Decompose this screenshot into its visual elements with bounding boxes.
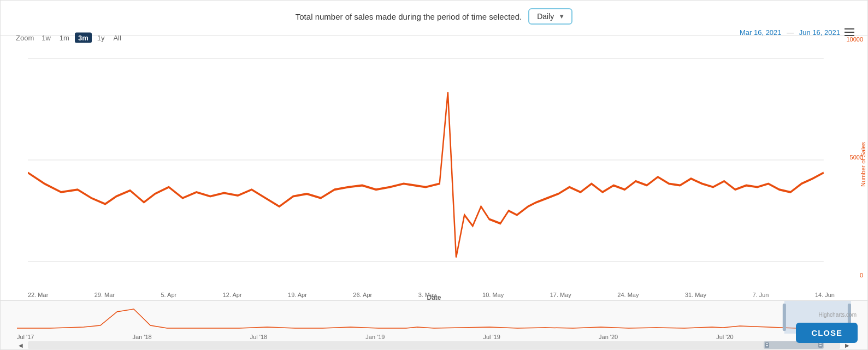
scrollbar-track[interactable] <box>28 341 840 349</box>
navigator-left-handle[interactable] <box>783 304 786 331</box>
date-separator: — <box>787 28 794 37</box>
main-chart-area: 10000 5000 0 Number of Sales 22. Mar 29.… <box>1 36 867 300</box>
date-start: Mar 16, 2021 <box>740 28 782 37</box>
chart-header: Total number of sales made during the pe… <box>1 1 867 28</box>
scrollbar-left-handle[interactable] <box>765 342 769 348</box>
scrollbar-right-handle[interactable] <box>818 342 823 348</box>
nav-label: Jul '19 <box>483 334 500 340</box>
x-tick: 14. Jun <box>815 292 835 298</box>
x-tick: 24. May <box>617 292 639 298</box>
highcharts-credit: Highcharts.com <box>819 312 857 318</box>
navigator-svg <box>17 301 851 334</box>
hamburger-line <box>845 28 854 29</box>
nav-label: Jan '18 <box>133 334 152 340</box>
chart-title: Total number of sales made during the pe… <box>296 12 522 21</box>
handle-line <box>766 345 768 346</box>
close-button[interactable]: CLOSE <box>796 323 858 343</box>
nav-label: Jul '18 <box>250 334 267 340</box>
handle-line <box>819 343 822 344</box>
x-tick: 31. May <box>685 292 706 298</box>
chevron-down-icon: ▼ <box>558 13 565 20</box>
toolbar-row: Zoom 1w 1m 3m 1y All Mar 16, 2021 — Jun … <box>1 30 867 34</box>
navigator-labels: Jul '17 Jan '18 Jul '18 Jan '19 Jul '19 … <box>17 334 851 341</box>
x-tick: 7. Jun <box>752 292 769 298</box>
navigator-area: Jul '17 Jan '18 Jul '18 Jan '19 Jul '19 … <box>1 300 867 349</box>
nav-label: Jan '20 <box>599 334 618 340</box>
scrollbar-row: ◀ ▶ <box>17 341 851 349</box>
navigator-chart <box>17 301 851 334</box>
handle-line <box>819 347 822 347</box>
y-value-10000: 10000 <box>846 36 863 43</box>
period-dropdown[interactable]: Daily ▼ <box>528 8 572 25</box>
handle-line <box>766 343 768 344</box>
handle-line <box>819 345 822 346</box>
x-tick: 12. Apr <box>223 292 242 298</box>
x-tick: 10. May <box>482 292 504 298</box>
nav-label: Jul '20 <box>716 334 733 340</box>
period-label: Daily <box>537 12 554 21</box>
y-value-0: 0 <box>860 272 863 278</box>
scroll-left-arrow[interactable]: ◀ <box>17 341 25 349</box>
hamburger-line <box>845 32 854 33</box>
x-tick: 19. Apr <box>288 292 307 298</box>
nav-label: Jul '17 <box>17 334 34 340</box>
date-range: Mar 16, 2021 — Jun 16, 2021 <box>740 28 840 37</box>
nav-label: Jan '19 <box>365 334 385 340</box>
chart-container: Total number of sales made during the pe… <box>0 0 868 350</box>
x-tick: 29. Mar <box>95 292 115 298</box>
y-axis-label: Number of Sales <box>860 142 866 187</box>
x-tick: 22. Mar <box>28 292 48 298</box>
main-chart-svg <box>28 41 835 278</box>
x-tick: 26. Apr <box>353 292 372 298</box>
handle-line <box>766 347 768 347</box>
x-tick: 17. May <box>550 292 571 298</box>
date-end: Jun 16, 2021 <box>799 28 840 37</box>
x-tick: 5. Apr <box>161 292 177 298</box>
